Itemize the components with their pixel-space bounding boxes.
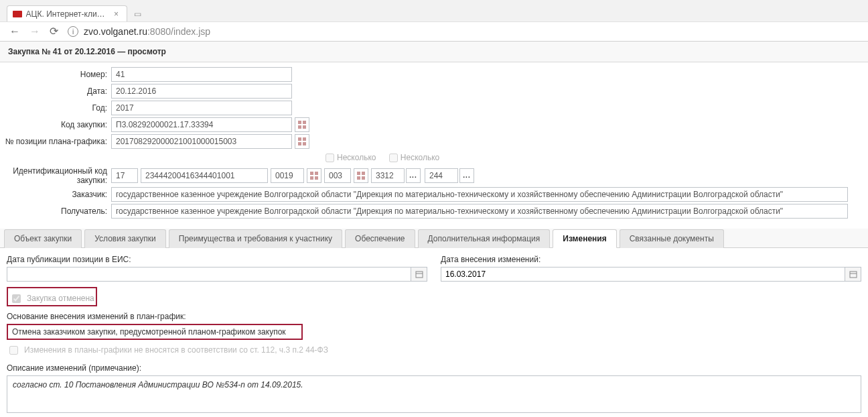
grid-icon[interactable]: [295, 134, 309, 149]
svg-rect-9: [315, 172, 318, 175]
ikz-p4[interactable]: [324, 168, 351, 183]
tab-title: АЦК. Интернет-клиент: [26, 9, 107, 19]
pub-date-input[interactable]: [7, 267, 411, 282]
ikz-p2[interactable]: [141, 168, 268, 183]
svg-rect-14: [357, 176, 360, 180]
url-path: :8080/index.jsp: [147, 26, 210, 37]
svg-rect-5: [303, 137, 306, 141]
grid-icon[interactable]: [354, 168, 368, 183]
info-icon[interactable]: i: [68, 26, 78, 37]
ikz-p5[interactable]: [371, 168, 405, 183]
description-box[interactable]: согласно ст. 10 Постановления Администра…: [7, 375, 861, 413]
number-field[interactable]: [111, 67, 292, 82]
svg-rect-16: [416, 272, 423, 278]
svg-rect-12: [357, 172, 360, 175]
url-field[interactable]: i zvo.volganet.ru:8080/index.jsp: [68, 26, 210, 37]
ellipsis-button[interactable]: ...: [406, 168, 421, 183]
year-field[interactable]: [111, 101, 292, 115]
svg-rect-13: [362, 172, 365, 175]
close-icon[interactable]: ×: [114, 9, 119, 19]
disabled-note-checkbox: [9, 346, 18, 355]
favicon-icon: [13, 11, 22, 17]
customer-field[interactable]: [111, 187, 848, 202]
label-recipient: Получатель:: [4, 206, 111, 216]
label-change-date: Дата внесения изменений:: [441, 255, 861, 264]
url-host: zvo.volganet.ru: [84, 26, 147, 37]
ikz-p3[interactable]: [271, 168, 304, 183]
address-bar: ← → ⟳ i zvo.volganet.ru:8080/index.jsp: [0, 21, 868, 41]
grid-icon[interactable]: [295, 117, 309, 132]
label-ikz: Идентификационный код закупки:: [4, 166, 111, 185]
label-date: Дата:: [4, 86, 111, 96]
tab-requirements[interactable]: Преимущества и требования к участнику: [169, 229, 342, 248]
tab-content-changes: Дата публикации позиции в ЕИС: Дата внес…: [0, 248, 868, 418]
svg-rect-7: [303, 142, 306, 145]
cancelled-highlight: Закупка отменена: [7, 287, 97, 306]
label-number: Номер:: [4, 70, 111, 79]
several-checkbox-1[interactable]: Несколько: [326, 153, 376, 162]
label-reason: Основание внесения изменений в план-граф…: [7, 312, 861, 321]
reason-field[interactable]: Отмена заказчиком закупки, предусмотренн…: [7, 324, 303, 340]
calendar-icon[interactable]: [411, 267, 427, 282]
recipient-field[interactable]: [111, 204, 848, 219]
svg-rect-3: [303, 125, 306, 129]
svg-rect-18: [850, 272, 857, 278]
svg-rect-0: [298, 121, 301, 124]
forward-button[interactable]: →: [29, 26, 40, 37]
label-pub-date: Дата публикации позиции в ЕИС:: [7, 255, 427, 264]
ikz-p6[interactable]: [425, 168, 458, 183]
browser-tab[interactable]: АЦК. Интернет-клиент ×: [7, 5, 127, 21]
tab-object[interactable]: Объект закупки: [4, 229, 82, 248]
date-field[interactable]: [111, 84, 292, 99]
label-code: Код закупки:: [4, 120, 111, 129]
browser-chrome: АЦК. Интернет-клиент × ▭ ← → ⟳ i zvo.vol…: [0, 0, 868, 42]
label-planpos: № позиции плана-графика:: [4, 137, 111, 146]
code-field[interactable]: [111, 117, 292, 132]
grid-icon[interactable]: [307, 168, 321, 183]
svg-rect-4: [298, 137, 301, 141]
svg-rect-10: [310, 176, 313, 180]
several-checkbox-2[interactable]: Несколько: [389, 153, 439, 162]
ellipsis-button[interactable]: ...: [459, 168, 474, 183]
tab-terms[interactable]: Условия закупки: [84, 229, 166, 248]
back-button[interactable]: ←: [9, 26, 20, 37]
svg-rect-11: [315, 176, 318, 180]
svg-rect-15: [362, 176, 365, 180]
svg-rect-1: [303, 121, 306, 124]
disabled-note: Изменения в планы-графики не вносятся в …: [7, 344, 861, 357]
tab-security[interactable]: Обеспечение: [345, 229, 415, 248]
tab-strip: АЦК. Интернет-клиент × ▭: [0, 0, 868, 21]
tabs: Объект закупки Условия закупки Преимущес…: [0, 229, 868, 248]
label-year: Год:: [4, 103, 111, 113]
form-area: Номер: Дата: Год: Код закупки: № позиции…: [0, 62, 868, 223]
tab-changes[interactable]: Изменения: [553, 229, 616, 248]
svg-rect-6: [298, 142, 301, 145]
reload-button[interactable]: ⟳: [50, 26, 58, 37]
label-description: Описание изменений (примечание):: [7, 363, 861, 373]
change-date-input[interactable]: [441, 267, 845, 282]
svg-rect-8: [310, 172, 313, 175]
page-title: Закупка № 41 от 20.12.2016 — просмотр: [0, 42, 868, 62]
tab-additional[interactable]: Дополнительная информация: [418, 229, 551, 248]
ikz-p1[interactable]: [111, 168, 138, 183]
planpos-field[interactable]: [111, 134, 292, 149]
calendar-icon[interactable]: [845, 267, 861, 282]
tab-linked[interactable]: Связанные документы: [620, 229, 724, 248]
new-tab-button[interactable]: ▭: [130, 7, 145, 21]
svg-rect-2: [298, 125, 301, 129]
cancelled-checkbox[interactable]: Закупка отменена: [9, 292, 94, 305]
label-customer: Заказчик:: [4, 190, 111, 199]
